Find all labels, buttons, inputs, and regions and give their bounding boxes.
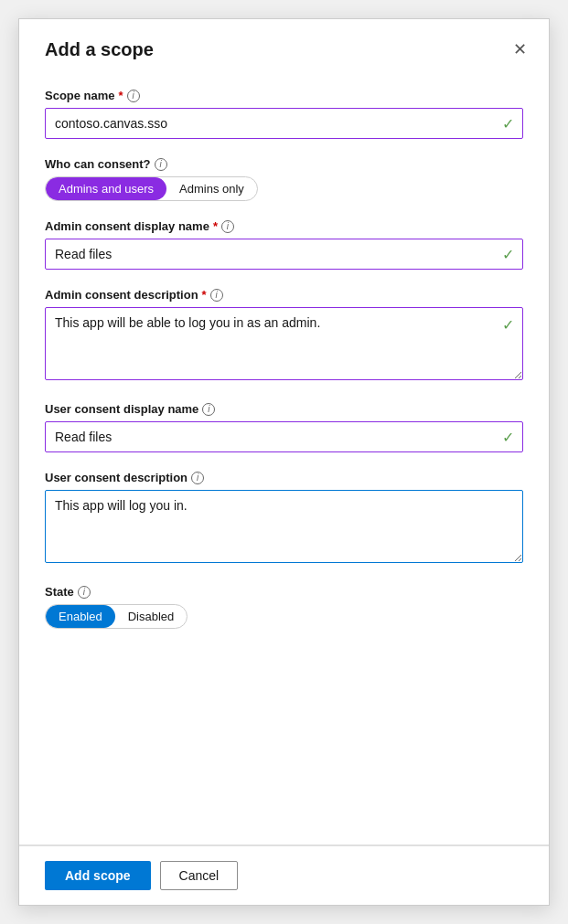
scope-name-group: Scope name * i ✓ xyxy=(45,89,523,139)
cancel-button[interactable]: Cancel xyxy=(160,861,239,890)
user-consent-description-input[interactable] xyxy=(45,490,523,563)
scope-name-label: Scope name * i xyxy=(45,89,523,102)
dialog-title: Add a scope xyxy=(45,39,154,60)
dialog-header: Add a scope ✕ xyxy=(19,19,549,74)
admin-consent-description-group: Admin consent description * i ✓ xyxy=(45,288,523,384)
state-toggle: Enabled Disabled xyxy=(45,604,188,629)
user-consent-display-name-label: User consent display name i xyxy=(45,402,523,416)
who-can-consent-group: Who can consent? i Admins and users Admi… xyxy=(45,157,523,201)
disabled-toggle[interactable]: Disabled xyxy=(115,605,188,628)
scope-name-checkmark: ✓ xyxy=(502,115,514,133)
state-group: State i Enabled Disabled xyxy=(45,585,523,629)
user-consent-display-name-checkmark: ✓ xyxy=(502,429,514,446)
close-button[interactable]: ✕ xyxy=(509,36,530,63)
required-star-admin-desc: * xyxy=(202,288,207,302)
add-scope-dialog: Add a scope ✕ Scope name * i ✓ Who can c… xyxy=(18,18,550,906)
enabled-toggle[interactable]: Enabled xyxy=(46,605,115,628)
admin-consent-display-name-wrapper: ✓ xyxy=(45,239,523,270)
admin-consent-display-name-label: Admin consent display name * i xyxy=(45,219,523,233)
admin-consent-description-input[interactable] xyxy=(45,307,523,380)
user-consent-description-info-icon[interactable]: i xyxy=(191,472,204,484)
add-scope-button[interactable]: Add scope xyxy=(45,861,151,890)
scope-name-input[interactable] xyxy=(45,108,523,139)
admin-consent-display-name-group: Admin consent display name * i ✓ xyxy=(45,219,523,270)
who-can-consent-info-icon[interactable]: i xyxy=(155,158,167,171)
user-consent-display-name-group: User consent display name i ✓ xyxy=(45,402,523,452)
spacer xyxy=(19,755,549,844)
admin-consent-display-name-info-icon[interactable]: i xyxy=(221,220,234,233)
admin-consent-display-name-input[interactable] xyxy=(45,239,523,270)
user-consent-display-name-input[interactable] xyxy=(45,421,523,452)
dialog-body: Scope name * i ✓ Who can consent? i Admi… xyxy=(19,74,549,755)
scope-name-input-wrapper: ✓ xyxy=(45,108,523,139)
state-label: State i xyxy=(45,585,523,599)
required-star: * xyxy=(119,89,123,102)
state-info-icon[interactable]: i xyxy=(78,586,91,599)
user-consent-description-wrapper xyxy=(45,490,523,567)
user-consent-description-label: User consent description i xyxy=(45,471,523,484)
admin-consent-description-checkmark: ✓ xyxy=(502,316,514,334)
admin-consent-description-wrapper: ✓ xyxy=(45,307,523,384)
scope-name-info-icon[interactable]: i xyxy=(127,90,140,102)
required-star-admin-display: * xyxy=(213,219,218,233)
admin-consent-display-name-checkmark: ✓ xyxy=(502,246,514,263)
user-consent-display-name-wrapper: ✓ xyxy=(45,421,523,452)
admin-consent-description-label: Admin consent description * i xyxy=(45,288,523,302)
admins-and-users-toggle[interactable]: Admins and users xyxy=(46,177,166,200)
user-consent-description-group: User consent description i xyxy=(45,471,523,567)
who-can-consent-label: Who can consent? i xyxy=(45,157,523,171)
admins-only-toggle[interactable]: Admins only xyxy=(166,177,257,200)
admin-consent-description-info-icon[interactable]: i xyxy=(210,289,223,302)
dialog-footer: Add scope Cancel xyxy=(19,845,549,905)
who-can-consent-toggle: Admins and users Admins only xyxy=(45,176,258,201)
user-consent-display-name-info-icon[interactable]: i xyxy=(202,403,215,416)
